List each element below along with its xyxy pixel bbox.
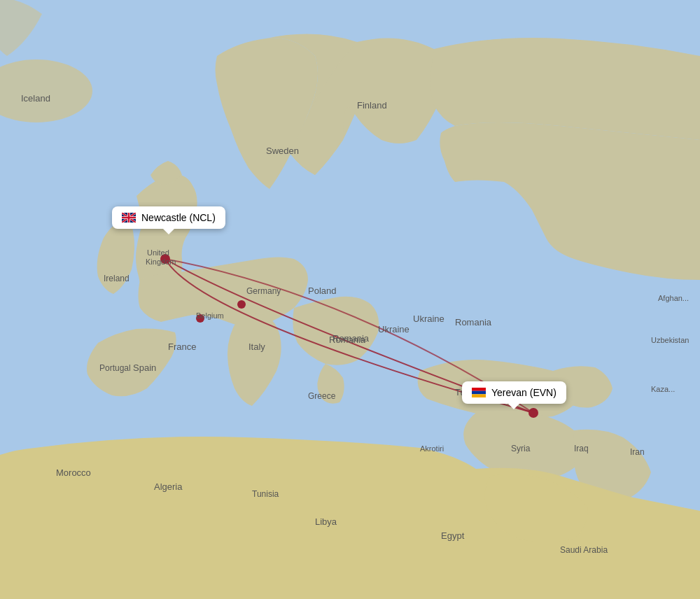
svg-text:Saudi Arabia: Saudi Arabia [560, 545, 608, 555]
svg-text:Turkey: Turkey [455, 387, 483, 397]
svg-text:Afghan...: Afghan... [658, 294, 689, 302]
map-svg: Iceland Ireland United Kingdom Belgium G… [0, 0, 700, 599]
svg-text:Kaza...: Kaza... [651, 385, 675, 393]
svg-text:Egypt: Egypt [441, 530, 465, 541]
svg-text:Iraq: Iraq [574, 444, 589, 453]
svg-text:Kingdom: Kingdom [146, 258, 176, 266]
map-container: Iceland Ireland United Kingdom Belgium G… [0, 0, 700, 599]
svg-text:Romania: Romania [455, 317, 492, 327]
svg-text:Germany: Germany [246, 286, 281, 296]
svg-text:Uzbekistan: Uzbekistan [651, 336, 689, 344]
svg-text:Romania: Romania [332, 333, 370, 344]
svg-text:Tunisia: Tunisia [252, 489, 279, 499]
svg-point-3 [237, 300, 246, 309]
svg-text:Finland: Finland [357, 100, 387, 111]
svg-text:Greece: Greece [308, 391, 336, 401]
svg-text:Italy: Italy [248, 341, 265, 352]
svg-text:Iran: Iran [630, 447, 645, 457]
svg-text:Iceland: Iceland [21, 93, 50, 104]
svg-text:France: France [168, 341, 196, 352]
svg-text:Syria: Syria [511, 444, 531, 453]
svg-text:United: United [147, 248, 169, 257]
svg-text:Spain: Spain [133, 362, 156, 373]
svg-text:Sweden: Sweden [266, 146, 299, 156]
svg-text:Akrotiri: Akrotiri [420, 444, 444, 453]
svg-text:Ukraine: Ukraine [413, 313, 444, 324]
svg-text:Portugal: Portugal [99, 363, 131, 373]
svg-text:Ukraine: Ukraine [378, 324, 410, 334]
svg-text:Algeria: Algeria [154, 481, 183, 492]
svg-text:Poland: Poland [308, 286, 336, 296]
svg-point-5 [528, 408, 538, 418]
svg-text:Ireland: Ireland [104, 274, 130, 283]
svg-text:Morocco: Morocco [56, 467, 91, 478]
svg-text:Libya: Libya [315, 516, 337, 527]
svg-text:Belgium: Belgium [196, 311, 224, 320]
